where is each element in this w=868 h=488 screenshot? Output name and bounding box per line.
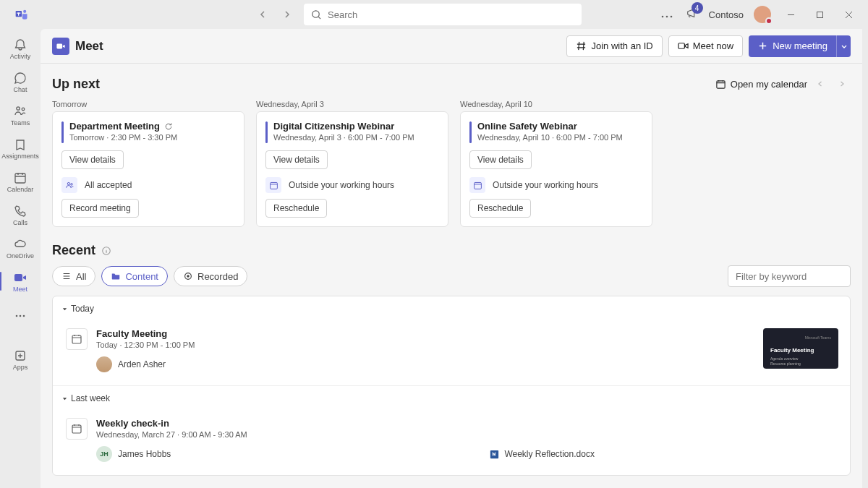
calendar-warning-icon: [469, 177, 485, 193]
rail-more[interactable]: [0, 299, 41, 333]
reschedule-button[interactable]: Reschedule: [265, 199, 327, 218]
info-icon[interactable]: [101, 246, 111, 256]
person-avatar: [96, 356, 112, 372]
meeting-card: Digital Citizenship Webinar Wednesday, A…: [256, 111, 448, 227]
item-title: Faculty Meeting: [96, 328, 754, 339]
view-details-button[interactable]: View details: [265, 150, 328, 169]
upnext-title: Up next: [52, 77, 100, 92]
meeting-title: Department Meeting: [69, 121, 177, 132]
svg-point-15: [23, 315, 25, 317]
svg-point-9: [17, 106, 20, 109]
person-name: James Hobbs: [118, 449, 171, 459]
svg-rect-12: [14, 274, 22, 281]
meeting-time: Wednesday, April 10 · 6:00 PM - 7:00 PM: [477, 133, 623, 142]
filter-recorded[interactable]: Recorded: [174, 266, 247, 286]
app-rail: Activity Chat Teams Assignments Calendar…: [0, 29, 41, 488]
svg-rect-22: [270, 182, 277, 189]
search-icon: [311, 9, 322, 20]
rail-label: Assignments: [1, 153, 39, 160]
calendar-icon: [66, 418, 88, 440]
window-close[interactable]: [839, 5, 858, 24]
link-label: Open my calendar: [731, 79, 807, 90]
caret-down-icon: [61, 306, 68, 312]
new-meeting-dropdown[interactable]: [836, 35, 851, 57]
upnext-prev[interactable]: [812, 75, 829, 93]
svg-rect-28: [72, 425, 81, 433]
rail-teams[interactable]: Teams: [0, 98, 41, 132]
org-name: Contoso: [709, 9, 744, 20]
svg-point-5: [661, 16, 663, 18]
rail-label: Apps: [13, 364, 28, 371]
calendar-warning-icon: [265, 177, 281, 193]
svg-rect-8: [817, 12, 822, 17]
calendar-icon: [715, 79, 726, 90]
svg-rect-2: [18, 13, 19, 16]
rail-chat[interactable]: Chat: [0, 65, 41, 98]
item-time: Wednesday, March 27 · 9:00 AM - 9:30 AM: [96, 430, 838, 439]
rail-assignments[interactable]: Assignments: [0, 132, 41, 165]
video-icon: [678, 40, 689, 51]
rail-calendar[interactable]: Calendar: [0, 165, 41, 198]
rail-apps[interactable]: Apps: [0, 343, 41, 376]
filter-keyword-input[interactable]: [728, 265, 851, 287]
view-details-button[interactable]: View details: [61, 150, 124, 169]
group-toggle[interactable]: Last week: [53, 385, 850, 411]
window-minimize[interactable]: [781, 5, 800, 24]
upnext-next[interactable]: [833, 75, 851, 93]
rail-label: Meet: [13, 286, 27, 293]
notifications-button[interactable]: 4: [686, 7, 699, 22]
person-avatar: JH: [96, 446, 112, 462]
join-with-id-button[interactable]: Join with an ID: [566, 35, 662, 57]
svg-point-7: [670, 16, 672, 18]
group-label-text: Last week: [71, 393, 110, 403]
new-meeting-button[interactable]: New meeting: [749, 35, 836, 57]
day-label: Tomorrow: [52, 100, 244, 108]
filter-content[interactable]: Content: [101, 266, 168, 286]
slide-thumbnail[interactable]: Microsoft Teams Faculty Meeting Agenda o…: [763, 328, 838, 369]
upnext-day: Wednesday, April 3 Digital Citizenship W…: [256, 100, 448, 227]
rail-onedrive[interactable]: OneDrive: [0, 231, 41, 265]
recurring-icon: [164, 122, 173, 131]
calendar-icon: [66, 328, 88, 350]
rail-label: OneDrive: [7, 252, 34, 260]
svg-point-13: [16, 315, 18, 317]
card-accent: [265, 121, 268, 143]
back-button[interactable]: [253, 5, 272, 24]
upnext-day: Wednesday, April 10 Online Safety Webina…: [460, 100, 652, 227]
rail-calls[interactable]: Calls: [0, 198, 41, 231]
recent-item[interactable]: Weekly check-in Wednesday, March 27 · 9:…: [53, 411, 850, 475]
group-label-text: Today: [71, 304, 94, 314]
record-meeting-button[interactable]: Record meeting: [61, 199, 139, 218]
titlebar: 4 Contoso: [0, 0, 868, 29]
attachment-link[interactable]: Weekly Reflection.docx: [489, 446, 595, 462]
forward-button[interactable]: [278, 5, 297, 24]
open-calendar-link[interactable]: Open my calendar: [715, 79, 807, 90]
window-maximize[interactable]: [810, 5, 829, 24]
rail-activity[interactable]: Activity: [0, 32, 41, 65]
meet-now-button[interactable]: Meet now: [668, 35, 743, 57]
search-input[interactable]: [328, 9, 574, 20]
rail-label: Teams: [11, 119, 30, 127]
meeting-title: Online Safety Webinar: [477, 121, 623, 132]
pill-label: Recorded: [197, 271, 238, 282]
folder-icon: [111, 271, 121, 281]
user-avatar[interactable]: [754, 6, 771, 23]
rail-label: Chat: [13, 86, 27, 93]
record-icon: [183, 271, 193, 281]
reschedule-button[interactable]: Reschedule: [469, 199, 531, 218]
status-text: All accepted: [85, 180, 132, 190]
status-text: Outside your working hours: [289, 180, 394, 190]
group-toggle[interactable]: Today: [53, 296, 850, 321]
more-button[interactable]: [658, 5, 676, 24]
search-box[interactable]: [304, 4, 582, 25]
svg-point-4: [312, 10, 319, 17]
recent-title: Recent: [52, 243, 95, 258]
filter-all[interactable]: All: [52, 266, 95, 286]
recent-item[interactable]: Faculty Meeting Today · 12:30 PM - 1:00 …: [53, 321, 850, 385]
view-details-button[interactable]: View details: [469, 150, 532, 169]
rail-meet[interactable]: Meet: [0, 265, 41, 298]
card-accent: [61, 121, 64, 143]
svg-rect-17: [56, 43, 62, 48]
day-label: Wednesday, April 3: [256, 100, 448, 108]
upnext-day: Tomorrow Department Meeting Tomorrow · 2…: [52, 100, 244, 227]
